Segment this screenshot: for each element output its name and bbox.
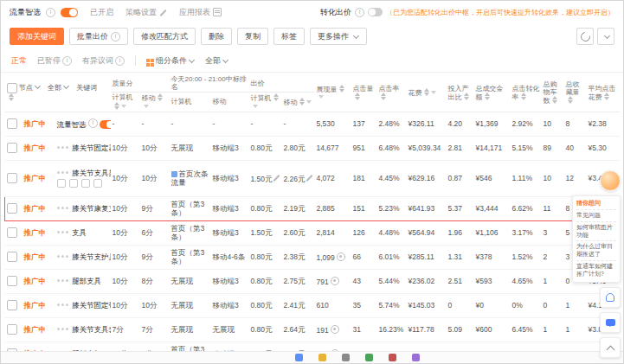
bell-button[interactable] <box>600 287 621 308</box>
col-clicks[interactable]: 点击量 <box>351 73 377 112</box>
taskbar-icon[interactable] <box>389 354 396 361</box>
sort-icon[interactable] <box>521 93 526 100</box>
funnel-icon[interactable] <box>253 105 258 108</box>
taskbar-icon[interactable] <box>318 354 326 361</box>
col-roi[interactable]: 投入产出比 <box>447 73 474 112</box>
table-row[interactable]: 推广中 膝关节固定器 10分 10分 无展现 移动端3 0.80元 2.80元 … <box>5 136 620 160</box>
table-row[interactable]: 推广中 膝关节康复支具 10分 9分 首页（第3条） 移动端3 0.80元 2.… <box>5 196 620 220</box>
node-filter[interactable]: 节点 <box>19 84 41 92</box>
pencil-icon[interactable] <box>273 174 280 182</box>
add-keyword-button[interactable]: 添加关键词 <box>10 28 64 45</box>
smart-traffic-toggle[interactable] <box>61 8 78 17</box>
sort-icon[interactable] <box>273 93 279 101</box>
scope-filter[interactable]: 全部 <box>48 84 69 92</box>
bid-pc-cell[interactable]: 0.80元 <box>249 245 282 269</box>
bid-pc-value[interactable]: 0.80元 <box>251 144 273 152</box>
sort-icon[interactable] <box>424 88 429 96</box>
bid-mobile-value[interactable]: 2.60元 <box>284 228 306 237</box>
conversion-bid-toggle[interactable] <box>368 8 383 16</box>
table-row[interactable]: 推广中 腿部支具 10分 8分 无展现 移动端3 0.80元 2.75元 791… <box>5 269 620 293</box>
sort-icon[interactable] <box>299 98 305 105</box>
bid-mobile-value[interactable]: 2.19元 <box>284 204 306 213</box>
more-actions-button[interactable]: 更多操作 <box>310 28 367 45</box>
funnel-icon[interactable] <box>306 100 312 104</box>
bid-mobile-value[interactable]: 2.41元 <box>284 301 306 310</box>
sort-icon[interactable] <box>464 93 469 100</box>
help-item[interactable]: 如何审核图片功能 <box>576 221 616 241</box>
sort-icon[interactable] <box>339 85 344 93</box>
strategy-settings-link[interactable]: 策略设置 <box>125 7 167 18</box>
help-item[interactable]: 为什么过审日期推迟了 <box>576 240 616 260</box>
analysis-icon[interactable] <box>69 179 78 188</box>
row-checkbox[interactable] <box>7 143 17 153</box>
bid-pc-value[interactable]: 1.50元 <box>251 175 273 183</box>
keyword-label[interactable]: 腿部支具 <box>72 277 101 285</box>
keyword-label[interactable]: 膝关节固定带 <box>72 301 111 310</box>
bid-mobile-value[interactable]: 2.26元 <box>284 175 306 183</box>
col-ctr[interactable]: 点击率 <box>377 73 407 112</box>
bid-pc-value[interactable]: 1.50元 <box>251 228 273 237</box>
table-row[interactable]: 推广中 膝关节支具套 7分 7分 无展现 无展现 0.80元 2.64元 191… <box>5 317 620 342</box>
bid-mobile-value[interactable]: 2.75元 <box>284 277 306 285</box>
bid-pc-value[interactable]: 0.80元 <box>251 204 273 213</box>
bid-pc-cell[interactable]: - <box>249 112 282 136</box>
bid-pc-value[interactable]: 0.80元 <box>251 325 273 334</box>
bid-pc-cell[interactable]: 0.80元 <box>249 136 282 160</box>
tag-button[interactable]: 标签 <box>273 28 305 45</box>
help-item[interactable]: 直通车如何建推广计划? <box>576 260 616 280</box>
keyword-label[interactable]: 膝关节康复支具 <box>72 204 111 213</box>
col-cvr[interactable]: 点击转化率 <box>511 73 542 112</box>
col-carts[interactable]: 总购物车数 <box>542 73 564 112</box>
row-checkbox[interactable] <box>7 300 17 310</box>
taskbar-icon[interactable] <box>365 354 373 361</box>
keyword-label[interactable]: 膝关节支护具 <box>72 252 111 261</box>
delete-button[interactable]: 删除 <box>201 28 232 45</box>
funnel-icon[interactable] <box>121 105 126 108</box>
bid-mobile-cell[interactable]: 2.64元 <box>282 317 315 342</box>
row-checkbox[interactable] <box>7 252 17 262</box>
bid-pc-cell[interactable]: 0.80元 <box>249 196 282 220</box>
bid-pc-cell[interactable]: 1.50元 <box>249 160 282 196</box>
collapse-button[interactable] <box>597 28 614 45</box>
bid-mobile-cell[interactable]: 2.19元 <box>282 196 315 220</box>
scope-select[interactable]: 全部 <box>205 55 228 67</box>
table-row[interactable]: 推广中 膝关节支护具 10分 9分 首页（第3条） 移动4-6条 0.80元 2… <box>5 245 620 269</box>
row-checkbox[interactable] <box>7 203 17 214</box>
pencil-icon[interactable] <box>306 174 313 182</box>
bid-pc-cell[interactable]: 1.50元 <box>249 220 282 245</box>
bid-mobile-cell[interactable]: 2.26元 <box>282 160 315 196</box>
sort-icon[interactable] <box>9 93 14 101</box>
more-icon[interactable] <box>93 179 102 188</box>
segment-select[interactable]: 细分条件 <box>146 55 195 67</box>
row-checkbox[interactable] <box>7 118 17 129</box>
bid-pc-value[interactable]: 0.80元 <box>251 301 273 310</box>
bid-mobile-cell[interactable]: 2.80元 <box>282 136 315 160</box>
bid-mobile-cell[interactable]: - <box>282 112 315 136</box>
tab-paused[interactable]: 已暂停 <box>37 55 72 67</box>
keyword-label[interactable]: 膝关节支具套 <box>72 325 111 334</box>
bid-mobile-cell[interactable]: 2.60元 <box>282 220 315 245</box>
table-row[interactable]: 推广中 膝关节支具架 10分 10分 首页次条流量 移动端3 1. <box>5 160 620 196</box>
funnel-icon[interactable] <box>144 105 149 108</box>
row-checkbox[interactable] <box>7 276 17 286</box>
row-checkbox[interactable] <box>7 227 17 238</box>
taskbar-icon[interactable] <box>295 354 303 361</box>
chat-button[interactable] <box>600 312 621 333</box>
bid-pc-subheader[interactable]: 计算机 <box>249 93 282 112</box>
assistant-avatar[interactable] <box>600 170 621 191</box>
sort-icon[interactable] <box>355 93 360 100</box>
funnel-icon[interactable] <box>318 95 324 99</box>
bid-mobile-subheader[interactable]: 移动 <box>282 93 315 112</box>
sort-icon[interactable] <box>381 93 386 100</box>
keyword-label[interactable]: 膝关节支具架 <box>72 169 111 177</box>
taskbar-icon[interactable] <box>412 354 420 361</box>
bid-pc-value[interactable]: - <box>251 119 254 128</box>
quality-mobile-subheader[interactable]: 移动 <box>140 93 170 112</box>
tab-flagged[interactable]: 有异议词 <box>82 55 125 67</box>
bid-pc-cell[interactable]: 0.80元 <box>249 293 282 317</box>
batch-bid-button[interactable]: 批量出价 <box>69 28 128 45</box>
help-item[interactable]: 常见问题 <box>576 209 616 221</box>
col-favs[interactable]: 总收藏量 <box>564 73 587 112</box>
bid-mobile-value[interactable]: 2.38元 <box>284 252 306 261</box>
modify-match-button[interactable]: 修改匹配方式 <box>133 28 196 45</box>
